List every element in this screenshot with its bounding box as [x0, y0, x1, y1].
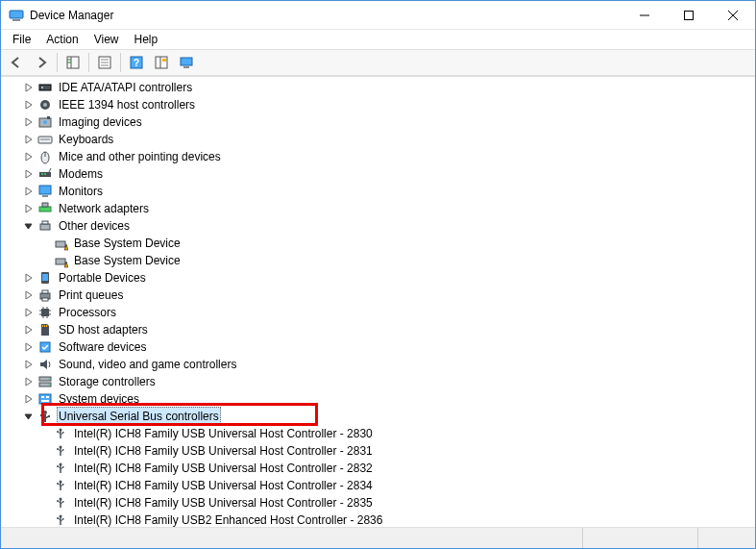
monitor-icon-button[interactable] — [175, 51, 198, 74]
usbdev-icon — [53, 461, 68, 476]
svg-point-32 — [46, 138, 47, 139]
menu-view[interactable]: View — [86, 31, 127, 48]
tree-item[interactable]: Other devices — [7, 217, 755, 235]
svg-rect-27 — [47, 116, 50, 119]
expand-arrow-icon[interactable] — [22, 202, 36, 215]
back-button[interactable] — [5, 51, 28, 74]
usbdev-icon — [53, 443, 68, 459]
device-tree[interactable]: IDE ATA/ATAPI controllersIEEE 1394 host … — [1, 77, 755, 527]
tree-item[interactable]: Portable Devices — [7, 269, 755, 287]
tree-item[interactable]: Monitors — [7, 183, 755, 200]
show-hide-console-tree-button[interactable] — [61, 51, 85, 74]
tree-item[interactable]: !Base System Device — [7, 252, 755, 269]
tree-item[interactable]: !Base System Device — [7, 235, 755, 252]
tree-item-label: Monitors — [57, 183, 105, 200]
menu-action[interactable]: Action — [38, 31, 85, 48]
tree-item[interactable]: Modems — [7, 165, 755, 183]
svg-rect-95 — [62, 449, 64, 451]
svg-rect-41 — [42, 195, 48, 197]
expand-arrow-icon[interactable] — [22, 323, 36, 337]
tree-item[interactable]: Intel(R) ICH8 Family USB Universal Host … — [7, 477, 755, 494]
tree-item[interactable]: Print queues — [7, 287, 755, 304]
sound-icon — [37, 357, 53, 372]
sd-icon — [37, 322, 53, 337]
expand-arrow-icon[interactable] — [22, 392, 36, 406]
tree-item[interactable]: Intel(R) ICH8 Family USB2 Enhanced Host … — [7, 512, 755, 527]
no-expander — [37, 496, 51, 510]
expand-arrow-icon[interactable] — [22, 271, 36, 285]
tree-item[interactable]: Mice and other pointing devices — [7, 148, 755, 165]
no-expander — [37, 254, 51, 267]
tree-item[interactable]: Intel(R) ICH8 Family USB Universal Host … — [7, 425, 755, 442]
statusbar — [1, 527, 755, 548]
tree-item-label: Intel(R) ICH8 Family USB Universal Host … — [72, 460, 375, 477]
tree-item[interactable]: Network adapters — [7, 200, 755, 217]
tree-item[interactable]: Storage controllers — [7, 373, 755, 390]
tree-item[interactable]: System devices — [7, 390, 755, 408]
expand-arrow-icon[interactable] — [22, 133, 36, 146]
expand-arrow-icon[interactable] — [22, 375, 36, 388]
properties-button[interactable] — [93, 51, 116, 74]
tree-item[interactable]: IEEE 1394 host controllers — [7, 96, 755, 113]
no-expander — [37, 462, 51, 475]
tree-item[interactable]: Processors — [7, 304, 755, 321]
keyboard-icon — [37, 132, 53, 147]
warning-icon: ! — [53, 236, 68, 251]
scan-hardware-button[interactable] — [150, 51, 173, 74]
expand-arrow-icon[interactable] — [22, 150, 36, 163]
usb-icon — [37, 409, 53, 424]
expand-arrow-icon[interactable] — [22, 167, 36, 181]
tree-item[interactable]: Imaging devices — [7, 113, 755, 131]
tree-item[interactable]: SD host adapters — [7, 321, 755, 338]
network-icon — [37, 201, 53, 216]
expand-arrow-icon[interactable] — [22, 115, 36, 129]
svg-rect-22 — [41, 87, 43, 88]
tree-item-label: Intel(R) ICH8 Family USB Universal Host … — [72, 477, 375, 494]
svg-rect-0 — [10, 11, 23, 18]
tree-item-label: Base System Device — [72, 235, 183, 252]
svg-rect-55 — [42, 290, 48, 293]
menu-help[interactable]: Help — [127, 31, 166, 48]
tree-item[interactable]: Sound, video and game controllers — [7, 356, 755, 373]
collapse-arrow-icon[interactable] — [22, 219, 36, 233]
svg-text:?: ? — [134, 58, 139, 68]
tree-item[interactable]: Intel(R) ICH8 Family USB Universal Host … — [7, 494, 755, 512]
tree-item[interactable]: Keyboards — [7, 131, 755, 148]
tree-item-label: System devices — [57, 390, 141, 408]
help-button[interactable]: ? — [125, 51, 148, 74]
svg-rect-44 — [40, 224, 50, 230]
tree-item[interactable]: Universal Serial Bus controllers — [7, 408, 755, 425]
expand-arrow-icon[interactable] — [22, 98, 36, 112]
svg-point-100 — [57, 465, 59, 467]
window-controls — [622, 1, 755, 29]
tree-item-label: Modems — [57, 165, 105, 183]
tree-item-label: Software devices — [57, 338, 148, 356]
ieee1394-icon — [37, 97, 53, 112]
expand-arrow-icon[interactable] — [22, 306, 36, 319]
menu-file[interactable]: File — [5, 31, 38, 48]
collapse-arrow-icon[interactable] — [22, 410, 36, 423]
minimize-button[interactable] — [622, 1, 667, 30]
tree-item-label: Imaging devices — [57, 113, 144, 131]
svg-rect-68 — [46, 325, 47, 327]
forward-button[interactable] — [30, 51, 53, 74]
printer-icon — [37, 287, 53, 303]
svg-point-82 — [40, 414, 42, 416]
tree-item[interactable]: Intel(R) ICH8 Family USB Universal Host … — [7, 442, 755, 460]
close-button[interactable] — [711, 1, 755, 30]
tree-item[interactable]: Software devices — [7, 338, 755, 356]
svg-rect-75 — [41, 396, 44, 398]
expand-arrow-icon[interactable] — [22, 288, 36, 302]
maximize-button[interactable] — [667, 1, 711, 30]
expand-arrow-icon[interactable] — [22, 185, 36, 198]
expand-arrow-icon[interactable] — [22, 340, 36, 354]
expand-arrow-icon[interactable] — [22, 358, 36, 371]
software-icon — [37, 339, 53, 355]
svg-rect-49 — [56, 259, 65, 264]
expand-arrow-icon[interactable] — [22, 81, 36, 94]
tree-item-label: Print queues — [57, 287, 125, 304]
svg-rect-3 — [685, 12, 694, 20]
tree-item[interactable]: Intel(R) ICH8 Family USB Universal Host … — [7, 460, 755, 477]
svg-point-37 — [41, 173, 43, 175]
tree-item[interactable]: IDE ATA/ATAPI controllers — [7, 79, 755, 96]
